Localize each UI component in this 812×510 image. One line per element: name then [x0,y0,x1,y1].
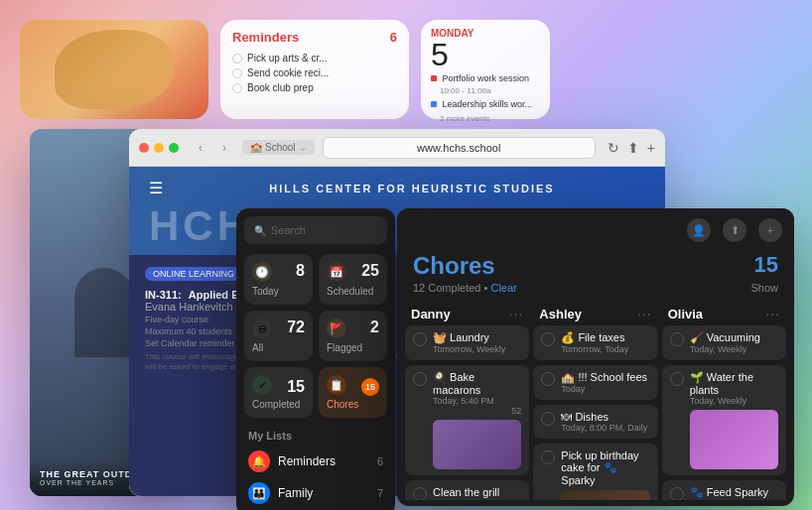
tab-school[interactable]: 🏫 School ⌄ [242,140,315,155]
smart-list-completed[interactable]: ✓ 15 Completed [244,367,313,418]
browser-nav: ‹ › [191,138,234,158]
completed-icon: ✓ [252,375,272,395]
event-dot-blue [431,101,437,107]
chores-panel[interactable]: 👤 ⬆ + 15 Chores 12 Completed • Clear Sho… [397,208,794,506]
reminder-item-1: Pick up arts & cr... [232,51,397,65]
widgets-area: Reminders 6 Pick up arts & cr... Send co… [20,20,550,119]
plants-task[interactable]: 🌱 Water the plants Today, Weekly [662,365,786,475]
clear-link[interactable]: Clear [490,282,516,294]
task-checkbox[interactable] [541,372,555,386]
danny-header: Danny ··· [405,302,529,325]
today-icon: 🕐 [252,262,272,282]
all-icon: ⊖ [252,319,272,338]
task-checkbox[interactable] [670,372,684,386]
task-checkbox[interactable] [670,487,684,500]
school-fees-task[interactable]: 🏫 !!! School fees Today [533,365,657,400]
refresh-icon[interactable]: ↻ [608,140,619,156]
reminder-circle [232,68,242,78]
reminders-widget-title: Reminders [232,30,299,45]
smart-list-all[interactable]: ⊖ 72 All [244,311,313,361]
olivia-column: Olivia ··· 🧹 Vacuuming Today, Weekly 🌱 W… [662,302,786,500]
forward-button[interactable]: › [214,138,234,158]
task-checkbox[interactable] [541,450,555,464]
list-family[interactable]: 👪 Family 7 [236,477,395,509]
event-dot [431,75,437,81]
person-icon[interactable]: 👤 [687,218,711,242]
task-checkbox[interactable] [413,487,427,500]
dog-image [55,30,174,109]
reminders-widget-header: Reminders 6 [232,30,397,45]
vacuuming-task[interactable]: 🧹 Vacuuming Today, Weekly [662,325,786,360]
reminder-circle [232,54,242,64]
task-checkbox[interactable] [413,372,427,386]
online-badge: ONLINE LEARNING [145,267,242,281]
share-toolbar-icon[interactable]: ⬆ [723,218,746,242]
close-button[interactable] [139,143,149,153]
smart-list-today[interactable]: 🕐 8 Today [244,254,313,305]
task-content: 🏫 !!! School fees Today [561,371,649,394]
course-details: Five-day course Maximum 40 students Set … [145,315,235,348]
reminder-circle [232,83,242,93]
tab-chevron: ⌄ [299,142,307,153]
task-checkbox[interactable] [670,332,684,346]
macarons-task[interactable]: 🍳 Bake macarons Today, 5:40 PM 52 [405,365,529,475]
reminder-item-2: Send cookie reci... [232,65,397,80]
feed-sparky-task[interactable]: 🐾 Feed Sparky Today, 5:00 PM, Daily [662,480,786,500]
dishes-task[interactable]: 🍽 Dishes Today, 8:00 PM, Daily [533,405,657,439]
chores-title: Chores [413,252,778,280]
reminders-app[interactable]: 🔍 Search 🕐 8 Today 📅 25 Scheduled ⊖ 72 [236,208,395,510]
search-bar[interactable]: 🔍 Search [244,216,387,244]
hamburger-icon[interactable]: ☰ [149,179,163,197]
add-tab-icon[interactable]: + [647,140,655,156]
address-bar[interactable]: www.hchs.school [323,137,596,159]
traffic-lights[interactable] [139,143,179,153]
task-checkbox[interactable] [541,332,555,346]
website-title: HILLS CENTER FOR HEURISTIC STUDIES [179,183,645,194]
chores-total-count: 15 [754,252,778,278]
search-placeholder: Search [271,224,306,236]
ashley-menu[interactable]: ··· [637,306,652,321]
family-list-icon: 👪 [248,482,270,504]
add-icon[interactable]: + [758,218,782,242]
flower-image [690,410,778,469]
olivia-menu[interactable]: ··· [765,306,780,321]
dog-task-image [561,490,649,500]
chores-header: 15 Chores 12 Completed • Clear Show [397,252,794,302]
minimize-button[interactable] [154,143,164,153]
olivia-header: Olivia ··· [662,302,786,325]
chores-toolbar: 👤 ⬆ + [397,208,794,252]
taxes-task[interactable]: 💰 File taxes Tomorrow, Today [533,325,657,360]
maximize-button[interactable] [169,143,179,153]
task-checkbox[interactable] [541,412,555,426]
reminders-widget[interactable]: Reminders 6 Pick up arts & cr... Send co… [220,20,409,119]
task-content: 🍽 Dishes Today, 8:00 PM, Daily [561,411,649,433]
back-button[interactable]: ‹ [191,138,210,158]
reminders-list-icon: 🔔 [248,450,270,472]
reminders-widget-count: 6 [390,30,397,45]
task-checkbox[interactable] [413,332,427,346]
ashley-column: Ashley ··· 💰 File taxes Tomorrow, Today … [533,302,657,500]
share-icon[interactable]: ⬆ [627,140,639,156]
smart-list-scheduled[interactable]: 📅 25 Scheduled [319,254,387,305]
calendar-widget[interactable]: MONDAY 5 Portfolio work session 10:00 - … [421,20,550,119]
danny-menu[interactable]: ··· [509,306,524,321]
smart-list-chores[interactable]: 📋 15 Chores [319,367,387,418]
website-nav: ☰ HILLS CENTER FOR HEURISTIC STUDIES [149,179,645,197]
chores-meta: 12 Completed • Clear Show [413,282,778,294]
macarons-image [433,420,521,469]
smart-list-flagged[interactable]: 🚩 2 Flagged [319,311,387,361]
grill-task[interactable]: Clean the grill [405,480,529,500]
task-content: 💰 File taxes Tomorrow, Today [561,331,649,354]
list-reminders[interactable]: 🔔 Reminders 6 [236,446,395,477]
task-content: Pick up birthday cake for 🐾 Sparky [561,449,649,500]
laundry-task[interactable]: 🧺 Laundry Tomorrow, Weekly [405,325,529,360]
show-link[interactable]: Show [750,282,778,294]
browser-toolbar: ‹ › 🏫 School ⌄ www.hchs.school ↻ ⬆ + [129,129,665,167]
task-content: Clean the grill [433,486,521,498]
chores-count-badge: 15 [361,378,379,396]
person-silhouette [74,268,134,357]
cake-task[interactable]: Pick up birthday cake for 🐾 Sparky [533,444,657,500]
calendar-event-more: 2 more events [440,114,540,124]
flagged-icon: 🚩 [327,319,346,338]
calendar-event-1: Portfolio work session 10:00 - 11:00a [431,73,540,96]
